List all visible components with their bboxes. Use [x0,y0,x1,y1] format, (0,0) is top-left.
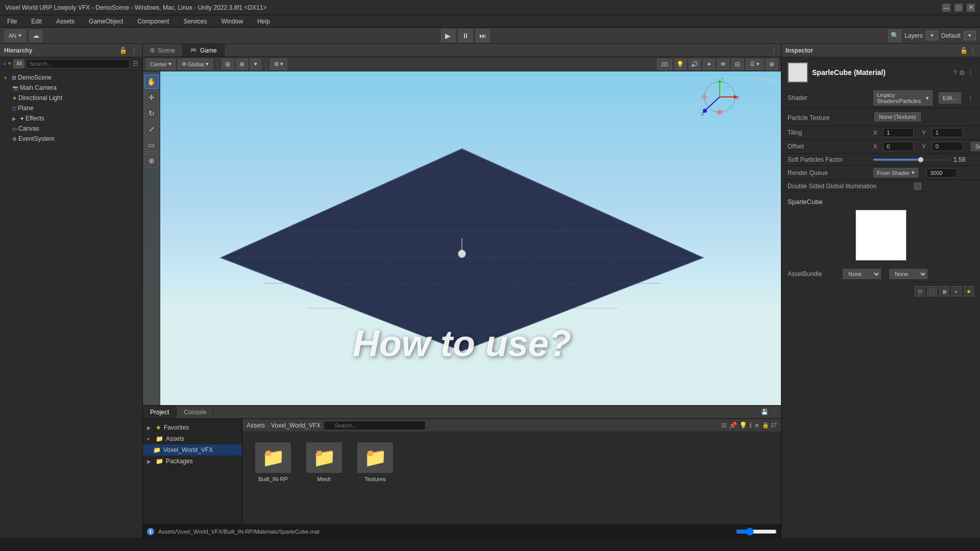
project-layout-icon[interactable]: ⊞ [721,421,727,429]
maximize-button[interactable]: □ [954,4,963,12]
scene-hidden-btn[interactable]: 👁 [717,59,729,70]
hand-tool[interactable]: ✋ [144,74,159,89]
assetbundle-name-dropdown[interactable]: None [843,269,881,279]
zoom-slider[interactable] [736,528,777,535]
hierarchy-item-demoscene[interactable]: ▾ ⊞ DemoScene [0,72,142,83]
all-scenes-filter[interactable]: All [13,59,24,68]
search-button[interactable]: 🔍 [888,30,901,42]
inspector-icon-2[interactable]: ⬛ [927,286,937,296]
account-button[interactable]: AN ▾ [4,30,26,42]
menu-component[interactable]: Component [134,17,172,26]
render-queue-dropdown[interactable]: From Shader ▾ [873,168,918,178]
inspector-icon-star[interactable]: ★ [964,286,974,296]
inspector-icon-1[interactable]: ⊞ [915,286,925,296]
render-mode-btn[interactable]: ☰ ▾ [746,59,764,70]
grid-toggle-btn[interactable]: ⊟ [731,59,744,70]
hierarchy-nav-btn[interactable]: ▾ [8,60,11,67]
sidebar-item-voxel-world-vfx[interactable]: 📁 Voxel_World_VFX [143,444,242,456]
project-info-icon[interactable]: ℹ [749,421,752,429]
project-pin-icon[interactable]: 📌 [729,421,737,429]
inspector-kebab-icon[interactable]: ⋮ [967,69,974,77]
rotate-tool[interactable]: ↻ [144,106,159,120]
tab-project[interactable]: Project [143,406,177,418]
breadcrumb-folder[interactable]: Voxel_World_VFX [271,422,321,429]
play-button[interactable]: ▶ [441,29,455,42]
grid-btn[interactable]: ⊞ [222,59,234,70]
tab-scene[interactable]: ⊞ Scene [143,44,183,57]
2d-toggle[interactable]: 2D [657,59,672,70]
snap-settings-btn[interactable]: ▾ [250,59,261,70]
sidebar-item-assets[interactable]: ▾ 📁 Assets [143,433,242,444]
inspector-settings-icon[interactable]: ⚙ [959,69,965,77]
none-texture-btn[interactable]: None (Texture) [874,112,921,121]
layout-dropdown[interactable]: ▾ [964,31,976,40]
menu-help[interactable]: Help [254,17,273,26]
hierarchy-add-btn[interactable]: + [3,61,6,67]
breadcrumb-assets[interactable]: Assets [247,422,265,429]
sidebar-item-favorites[interactable]: ▶ ★ Favorites [143,422,242,433]
offset-y-input[interactable] [932,142,963,151]
edit-shader-btn[interactable]: Edit... [939,92,961,104]
menu-edit[interactable]: Edit [28,17,45,26]
project-lamp-icon[interactable]: 💡 [739,421,747,429]
global-dropdown[interactable]: ⊕ Global ▾ [178,59,213,70]
layers-btn2[interactable]: ⊞ ▾ [270,59,287,70]
shader-more-icon[interactable]: ⋮ [967,94,974,102]
hierarchy-item-effects[interactable]: ▶ ✦ Effects [0,113,142,123]
lighting-btn[interactable]: 💡 [674,59,687,70]
assetbundle-variant-dropdown[interactable]: None [889,269,927,279]
inspector-question-icon[interactable]: ? [953,69,957,77]
hierarchy-lock-icon[interactable]: 🔓 [118,46,128,55]
inspector-more-icon[interactable]: ⋮ [970,47,976,54]
move-tool[interactable]: ✛ [144,90,159,105]
layers-dropdown[interactable]: ▾ [926,31,938,40]
soft-particles-thumb[interactable] [918,157,923,162]
project-search-input[interactable] [324,421,426,430]
center-dropdown[interactable]: Center ▾ [146,59,176,70]
tiling-y-input[interactable] [932,128,963,137]
menu-services[interactable]: Services [180,17,210,26]
tab-game[interactable]: 🎮 Game [183,44,225,57]
save-icon[interactable]: 💾 [761,409,768,415]
double-sided-checkbox[interactable] [914,183,921,190]
project-star-icon[interactable]: ★ [754,421,760,429]
sparklecube-preview[interactable] [855,210,906,261]
sidebar-item-packages[interactable]: ▶ 📁 Packages [143,456,242,467]
soft-particles-slider[interactable] [873,159,950,161]
select-texture-btn[interactable]: Select [971,142,980,151]
pause-button[interactable]: ⏸ [458,29,473,42]
render-queue-value-input[interactable] [926,168,957,178]
tiling-x-input[interactable] [883,128,914,137]
hierarchy-item-eventsystem[interactable]: ⚙ EventSystem [0,134,142,144]
inspector-lock-icon[interactable]: 🔓 [960,47,968,54]
more-btn[interactable]: ⊕ [766,59,778,70]
inspector-icon-4[interactable]: ▸ [951,286,962,296]
folder-textures[interactable]: 📁 Textures [355,442,396,482]
hierarchy-search[interactable] [27,59,130,68]
minimize-button[interactable]: — [942,4,950,12]
hierarchy-item-canvas[interactable]: ▭ Canvas [0,123,142,134]
snap-btn[interactable]: ⊕ [236,59,248,70]
inspector-icon-3[interactable]: ◼ [939,286,949,296]
folder-mesh[interactable]: 📁 Mesh [304,442,345,482]
hierarchy-item-directional-light[interactable]: ☀ Directional Light [0,93,142,103]
shader-dropdown[interactable]: Legacy Shaders/Particles ▾ [873,90,933,106]
audio-btn[interactable]: 🔊 [689,59,701,70]
offset-x-input[interactable] [883,142,914,151]
rect-tool[interactable]: ▭ [144,138,159,152]
menu-window[interactable]: Window [218,17,246,26]
hierarchy-filter-icon[interactable]: ☰ [132,59,139,68]
hierarchy-more-icon[interactable]: ⋮ [130,46,138,55]
step-button[interactable]: ⏭ [476,29,490,42]
close-button[interactable]: ✕ [967,4,975,12]
menu-file[interactable]: File [4,17,20,26]
menu-gameobject[interactable]: GameObject [86,17,126,26]
folder-built-in-rp[interactable]: 📁 Built_IN-RP [253,442,293,482]
hierarchy-item-plane[interactable]: ◻ Plane [0,103,142,113]
cloud-button[interactable]: ☁ [29,30,42,42]
fx-btn[interactable]: ✦ [703,59,715,70]
scale-tool[interactable]: ⤢ [144,122,159,136]
tabs-more-button[interactable]: ⋮ [767,44,781,57]
bottom-more-icon[interactable]: ⋮ [771,409,777,415]
menu-assets[interactable]: Assets [53,17,78,26]
